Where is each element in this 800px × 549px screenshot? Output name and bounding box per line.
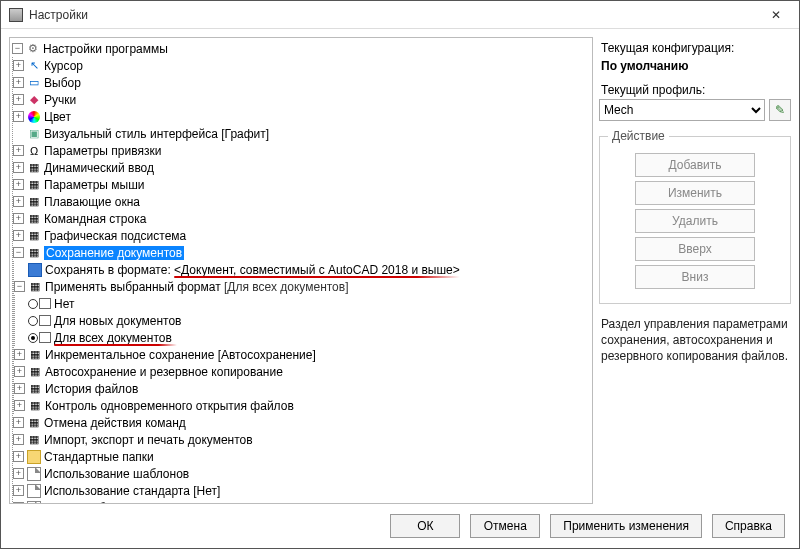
tree-item-visualstyle[interactable]: Визуальный стиль интерфейса [Графит] [44, 127, 269, 141]
dialog-buttons: ОК Отмена Применить изменения Справка [1, 504, 799, 548]
expand-icon[interactable]: + [13, 417, 24, 428]
tree-autosave[interactable]: Автосохранение и резервное копирование [45, 365, 283, 379]
tree-item-templates[interactable]: Использование шаблонов [44, 467, 189, 481]
tree-item-handles[interactable]: Ручки [44, 93, 76, 107]
disk-icon [28, 263, 42, 277]
expand-icon[interactable]: + [13, 179, 24, 190]
tree-root[interactable]: Настройки программы [43, 42, 168, 56]
delete-button[interactable]: Удалить [635, 209, 755, 233]
standard-icon [27, 484, 41, 498]
apply-button[interactable]: Применить изменения [550, 514, 702, 538]
tree-item-color[interactable]: Цвет [44, 110, 71, 124]
section-description: Раздел управления параметрами сохранения… [601, 316, 789, 365]
expand-icon[interactable]: + [14, 400, 25, 411]
tree-item-snap[interactable]: Параметры привязки [44, 144, 161, 158]
concurrent-icon: ▦ [28, 399, 42, 413]
autosave-icon: ▦ [28, 365, 42, 379]
gears-icon: ⚙ [26, 42, 40, 56]
applyfmt-icon: ▦ [28, 280, 42, 294]
tree-item-undo[interactable]: Отмена действия команд [44, 416, 186, 430]
tree-item-cursor[interactable]: Курсор [44, 59, 83, 73]
tree-item-docsave[interactable]: Сохранение документов [44, 246, 184, 260]
close-icon[interactable]: ✕ [761, 5, 791, 25]
mouse-icon: ▦ [27, 178, 41, 192]
tree-opt-all[interactable]: Для всех документов [54, 331, 172, 345]
tree-item-floatwin[interactable]: Плавающие окна [44, 195, 140, 209]
tree-item-select[interactable]: Выбор [44, 76, 81, 90]
tree-item-standard[interactable]: Использование стандарта [Нет] [44, 484, 220, 498]
tree-concurrent[interactable]: Контроль одновременного открытия файлов [45, 399, 294, 413]
expand-icon[interactable]: + [13, 485, 24, 496]
tree-opt-no[interactable]: Нет [54, 297, 74, 311]
actions-group: Действие Добавить Изменить Удалить Вверх… [599, 129, 791, 304]
tree-item-gfx[interactable]: Графическая подсистема [44, 229, 186, 243]
expand-icon[interactable]: + [14, 366, 25, 377]
radio-off-icon[interactable] [28, 316, 38, 326]
up-button[interactable]: Вверх [635, 237, 755, 261]
edit-button[interactable]: Изменить [635, 181, 755, 205]
tree-item-cmdline[interactable]: Командная строка [44, 212, 146, 226]
add-button[interactable]: Добавить [635, 153, 755, 177]
floatwin-icon: ▦ [27, 195, 41, 209]
dyninput-icon: ▦ [27, 161, 41, 175]
option-icon [39, 298, 51, 309]
tree-history[interactable]: История файлов [45, 382, 138, 396]
expand-icon[interactable]: + [13, 94, 24, 105]
color-icon [28, 111, 40, 123]
radio-on-icon[interactable] [28, 333, 38, 343]
profile-edit-button[interactable]: ✎ [769, 99, 791, 121]
theme-icon: ▣ [27, 127, 41, 141]
undo-icon: ▦ [27, 416, 41, 430]
expand-icon[interactable]: + [13, 468, 24, 479]
expand-icon[interactable]: + [13, 213, 24, 224]
collapse-icon[interactable]: − [13, 247, 24, 258]
tree-applyfmt-value: [Для всех документов] [224, 280, 349, 294]
expand-icon[interactable]: + [13, 77, 24, 88]
expand-icon[interactable]: + [13, 196, 24, 207]
tree-incsave[interactable]: Инкрементальное сохранение [Автосохранен… [45, 348, 316, 362]
expand-icon[interactable]: + [13, 434, 24, 445]
tree-item-dyninput[interactable]: Динамический ввод [44, 161, 154, 175]
gfx-icon: ▦ [27, 229, 41, 243]
tree-item-ioprint[interactable]: Импорт, экспорт и печать документов [44, 433, 253, 447]
expand-icon[interactable]: + [13, 111, 24, 122]
actions-legend: Действие [608, 129, 669, 143]
tree-saveas-value[interactable]: <Документ, совместимый с AutoCAD 2018 и … [174, 263, 460, 277]
cancel-button[interactable]: Отмена [470, 514, 540, 538]
down-button[interactable]: Вниз [635, 265, 755, 289]
tree-opt-new[interactable]: Для новых документов [54, 314, 181, 328]
expand-icon[interactable]: + [13, 451, 24, 462]
expand-icon[interactable]: + [14, 349, 25, 360]
incsave-icon: ▦ [28, 348, 42, 362]
profile-label: Текущий профиль: [601, 83, 789, 97]
cursor-icon: ↖ [27, 59, 41, 73]
config-label: Текущая конфигурация: [601, 41, 789, 55]
option-icon [39, 315, 51, 326]
expand-icon[interactable]: + [14, 383, 25, 394]
expand-icon[interactable]: + [13, 60, 24, 71]
collapse-icon[interactable]: − [12, 43, 23, 54]
window-title: Настройки [29, 8, 761, 22]
expand-icon[interactable]: + [13, 162, 24, 173]
settings-tree[interactable]: − ⚙ Настройки программы +↖Курсор +▭Выбор… [9, 37, 593, 504]
app-icon [9, 8, 23, 22]
expand-icon[interactable]: + [13, 230, 24, 241]
handle-icon: ◆ [27, 93, 41, 107]
ioprint-icon: ▦ [27, 433, 41, 447]
config-value: По умолчанию [601, 59, 789, 73]
tree-applyfmt-label[interactable]: Применять выбранный формат [45, 280, 221, 294]
expand-icon[interactable]: + [13, 145, 24, 156]
help-button[interactable]: Справка [712, 514, 785, 538]
titlebar: Настройки ✕ [1, 1, 799, 29]
collapse-icon[interactable]: − [14, 281, 25, 292]
tree-item-mouse[interactable]: Параметры мыши [44, 178, 145, 192]
snap-icon: Ω [27, 144, 41, 158]
tree-item-stdfolders[interactable]: Стандартные папки [44, 450, 154, 464]
folder-icon [27, 450, 41, 464]
profile-select[interactable]: Mech [599, 99, 765, 121]
ok-button[interactable]: ОК [390, 514, 460, 538]
tree-saveas-label[interactable]: Сохранять в формате: [45, 263, 171, 277]
radio-off-icon[interactable] [28, 299, 38, 309]
option-icon [39, 332, 51, 343]
template-icon [27, 467, 41, 481]
